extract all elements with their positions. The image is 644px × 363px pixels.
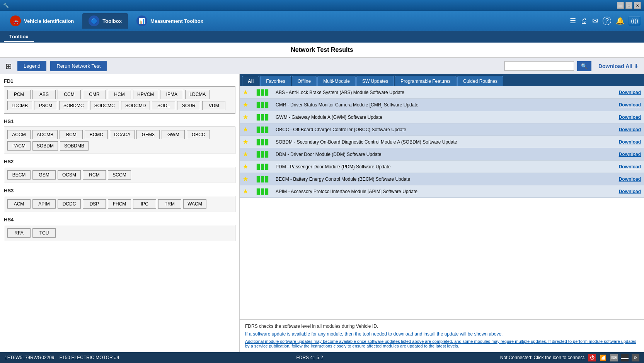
update-name-3: OBCC - Off-Board Charger Controller (OBC…: [273, 123, 605, 136]
module-sodl[interactable]: SODL: [152, 101, 175, 110]
filter-tab-programmable[interactable]: Programmable Features: [395, 76, 456, 86]
help-icon[interactable]: ?: [603, 17, 611, 25]
module-ldcma[interactable]: LDCMA: [185, 90, 210, 99]
notification-icon[interactable]: 🔔: [616, 17, 624, 25]
module-sobdmb[interactable]: SOBDMB: [60, 141, 89, 151]
module-rcm[interactable]: RCM: [83, 170, 106, 180]
module-trm[interactable]: TRM: [158, 199, 181, 209]
download-button-2[interactable]: Download: [619, 115, 641, 120]
filter-tab-sw-updates[interactable]: SW Updates: [356, 76, 394, 86]
signal-cell: ▊▊▊: [254, 99, 273, 111]
tab-toolbox[interactable]: 🔵 Toolbox: [82, 13, 128, 29]
module-sobdmc[interactable]: SOBDMC: [59, 101, 88, 110]
filter-tab-all[interactable]: All: [242, 76, 259, 86]
module-vdm[interactable]: VDM: [202, 101, 225, 110]
hamburger-icon[interactable]: ☰: [570, 17, 576, 25]
module-accm[interactable]: ACCM: [7, 130, 31, 139]
favorite-star-1[interactable]: ★: [243, 101, 248, 108]
window-controls[interactable]: — □ ✕: [617, 2, 641, 9]
module-rfa[interactable]: RFA: [7, 228, 31, 238]
favorite-star-6[interactable]: ★: [243, 163, 248, 170]
module-pacm[interactable]: PACM: [7, 141, 31, 151]
module-ccm[interactable]: CCM: [58, 90, 81, 99]
favorite-star-7[interactable]: ★: [243, 176, 248, 182]
module-accmb[interactable]: ACCMB: [32, 130, 58, 139]
module-apim[interactable]: APIM: [32, 199, 56, 209]
ntr-header: Network Test Results: [0, 43, 644, 58]
favorite-star-5[interactable]: ★: [243, 151, 248, 158]
download-button-8[interactable]: Download: [619, 189, 641, 194]
search-input[interactable]: [504, 61, 574, 71]
download-button-1[interactable]: Download: [619, 102, 641, 108]
module-hpvcm[interactable]: HPVCM: [133, 90, 158, 99]
module-dsp[interactable]: DSP: [83, 199, 106, 209]
filter-tab-favorites[interactable]: Favorites: [260, 76, 291, 86]
favorite-star-0[interactable]: ★: [243, 89, 248, 96]
status-icon-power[interactable]: ⏻: [588, 354, 596, 361]
status-icon-battery[interactable]: ▬▬: [621, 354, 629, 361]
download-button-4[interactable]: Download: [619, 139, 641, 145]
module-sodcmc[interactable]: SODCMC: [90, 101, 119, 110]
module-pcm[interactable]: PCM: [7, 90, 31, 99]
module-cmr[interactable]: CMR: [83, 90, 106, 99]
module-sccm[interactable]: SCCM: [108, 170, 131, 180]
module-sodcmd[interactable]: SODCMD: [121, 101, 150, 110]
module-wacm[interactable]: WACM: [183, 199, 206, 209]
signal-cell: ▊▊▊: [254, 148, 273, 161]
filter-tab-offline[interactable]: Offline: [292, 76, 317, 86]
status-icon-signal[interactable]: 📶: [599, 354, 607, 361]
module-gfm3[interactable]: GFM3: [136, 130, 160, 139]
favorite-star-3[interactable]: ★: [243, 126, 248, 133]
module-bcmc[interactable]: BCMC: [85, 130, 108, 139]
module-ipma[interactable]: IPMA: [160, 90, 183, 99]
module-sobdm[interactable]: SOBDM: [32, 141, 58, 151]
module-ipc[interactable]: IPC: [133, 199, 156, 209]
module-acm[interactable]: ACM: [7, 199, 31, 209]
tab-vehicle-identification[interactable]: 🚗 Vehicle Identification: [4, 13, 80, 29]
module-gsm[interactable]: GSM: [32, 170, 56, 180]
connectivity-icon[interactable]: (()): [629, 17, 640, 25]
close-button[interactable]: ✕: [634, 2, 641, 9]
module-pscm[interactable]: PSCM: [34, 101, 57, 110]
subtab-toolbox[interactable]: Toolbox: [4, 32, 34, 42]
module-obcc[interactable]: OBCC: [187, 130, 210, 139]
favorite-star-2[interactable]: ★: [243, 114, 248, 120]
header-right-icons: ☰ 🖨 ✉ ? 🔔 (()): [570, 17, 640, 25]
module-dcdc[interactable]: DCDC: [58, 199, 81, 209]
favorite-star-4[interactable]: ★: [243, 139, 248, 145]
signal-cell: ▊▊▊: [254, 86, 273, 99]
legend-button[interactable]: Legend: [17, 61, 46, 71]
filter-tab-guided[interactable]: Guided Routines: [457, 76, 503, 86]
maximize-button[interactable]: □: [625, 2, 632, 9]
status-icon-settings[interactable]: ⚙: [632, 354, 639, 361]
mail-icon[interactable]: ✉: [592, 17, 598, 25]
download-all-button[interactable]: Download All ⬇: [598, 63, 639, 69]
module-ocsm[interactable]: OCSM: [58, 170, 81, 180]
vehicle-label: F150 ELECTRIC MOTOR #4: [60, 355, 119, 360]
download-button-5[interactable]: Download: [619, 152, 641, 157]
rerun-button[interactable]: Rerun Network Test: [50, 61, 107, 71]
module-dcaca[interactable]: DCACA: [110, 130, 135, 139]
module-bcm[interactable]: BCM: [60, 130, 83, 139]
module-becm[interactable]: BECM: [7, 170, 31, 180]
module-gwm[interactable]: GWM: [162, 130, 185, 139]
module-fhcm[interactable]: FHCM: [108, 199, 131, 209]
favorite-star-8[interactable]: ★: [243, 188, 248, 195]
module-hcm[interactable]: HCM: [108, 90, 131, 99]
search-button[interactable]: 🔍: [577, 61, 591, 71]
grid-view-icon[interactable]: ⊞: [5, 62, 12, 71]
filter-tab-multi-module[interactable]: Multi-Module: [317, 76, 356, 86]
module-ldcmb[interactable]: LDCMB: [7, 101, 32, 110]
module-tcu[interactable]: TCU: [32, 228, 56, 238]
download-button-3[interactable]: Download: [619, 127, 641, 132]
tab-measurement-toolbox[interactable]: 📊 Measurement Toolbox: [130, 13, 210, 29]
signal-cell: ▊▊▊: [254, 185, 273, 198]
print-icon[interactable]: 🖨: [581, 17, 588, 25]
download-button-6[interactable]: Download: [619, 164, 641, 170]
module-abs[interactable]: ABS: [32, 90, 56, 99]
status-icon-keyboard[interactable]: ⌨: [610, 354, 618, 361]
download-button-0[interactable]: Download: [619, 90, 641, 95]
download-button-7[interactable]: Download: [619, 176, 641, 182]
minimize-button[interactable]: —: [617, 2, 624, 9]
module-sodr[interactable]: SODR: [177, 101, 200, 110]
